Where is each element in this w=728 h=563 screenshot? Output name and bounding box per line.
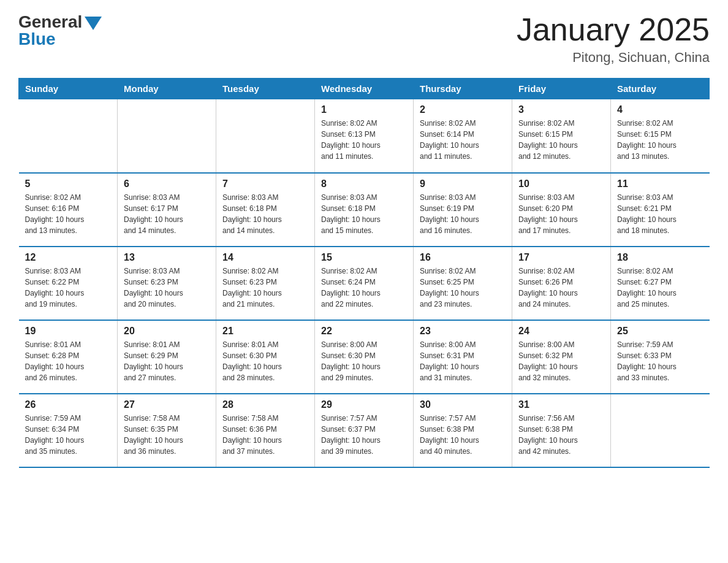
day-info: Sunrise: 8:00 AM Sunset: 6:30 PM Dayligh…	[321, 339, 407, 383]
calendar-cell: 18Sunrise: 8:02 AM Sunset: 6:27 PM Dayli…	[611, 247, 710, 320]
calendar-cell: 14Sunrise: 8:02 AM Sunset: 6:23 PM Dayli…	[216, 247, 315, 320]
calendar-cell: 20Sunrise: 8:01 AM Sunset: 6:29 PM Dayli…	[118, 320, 216, 394]
calendar-cell: 31Sunrise: 7:56 AM Sunset: 6:38 PM Dayli…	[512, 394, 611, 467]
calendar-cell: 10Sunrise: 8:03 AM Sunset: 6:20 PM Dayli…	[512, 173, 611, 247]
day-info: Sunrise: 8:03 AM Sunset: 6:18 PM Dayligh…	[222, 192, 308, 236]
day-number: 15	[321, 252, 407, 263]
day-info: Sunrise: 7:58 AM Sunset: 6:36 PM Dayligh…	[222, 413, 308, 457]
calendar-cell: 4Sunrise: 8:02 AM Sunset: 6:15 PM Daylig…	[611, 99, 710, 173]
day-info: Sunrise: 8:03 AM Sunset: 6:17 PM Dayligh…	[124, 192, 210, 236]
day-number: 31	[518, 399, 604, 410]
day-number: 2	[420, 104, 506, 115]
day-number: 27	[124, 399, 210, 410]
calendar-cell: 7Sunrise: 8:03 AM Sunset: 6:18 PM Daylig…	[216, 173, 315, 247]
day-info: Sunrise: 8:02 AM Sunset: 6:25 PM Dayligh…	[420, 266, 506, 310]
day-number: 28	[222, 399, 308, 410]
calendar-cell: 12Sunrise: 8:03 AM Sunset: 6:22 PM Dayli…	[19, 247, 118, 320]
day-number: 17	[518, 252, 604, 263]
day-info: Sunrise: 8:01 AM Sunset: 6:28 PM Dayligh…	[25, 339, 112, 383]
day-number: 19	[25, 326, 112, 337]
calendar-cell: 8Sunrise: 8:03 AM Sunset: 6:18 PM Daylig…	[315, 173, 414, 247]
day-number: 9	[420, 178, 506, 190]
calendar-cell: 30Sunrise: 7:57 AM Sunset: 6:38 PM Dayli…	[414, 394, 512, 467]
day-number: 21	[222, 326, 308, 337]
day-number: 30	[420, 399, 506, 410]
weekday-header-thursday: Thursday	[414, 79, 512, 99]
day-info: Sunrise: 8:02 AM Sunset: 6:16 PM Dayligh…	[25, 192, 112, 236]
calendar-cell: 16Sunrise: 8:02 AM Sunset: 6:25 PM Dayli…	[414, 247, 512, 320]
page-header: General Blue January 2025 Pitong, Sichua…	[18, 12, 710, 66]
day-number: 24	[518, 326, 604, 337]
calendar-cell: 22Sunrise: 8:00 AM Sunset: 6:30 PM Dayli…	[315, 320, 414, 394]
day-number: 23	[420, 326, 506, 337]
day-info: Sunrise: 7:57 AM Sunset: 6:38 PM Dayligh…	[420, 413, 506, 457]
weekday-header-monday: Monday	[118, 79, 216, 99]
month-title: January 2025	[517, 12, 710, 47]
logo-triangle-icon	[85, 17, 102, 30]
day-number: 6	[124, 178, 210, 190]
calendar-cell: 17Sunrise: 8:02 AM Sunset: 6:26 PM Dayli…	[512, 247, 611, 320]
calendar-cell: 23Sunrise: 8:00 AM Sunset: 6:31 PM Dayli…	[414, 320, 512, 394]
day-info: Sunrise: 7:56 AM Sunset: 6:38 PM Dayligh…	[518, 413, 604, 457]
weekday-header-sunday: Sunday	[19, 79, 118, 99]
weekday-header-wednesday: Wednesday	[315, 79, 414, 99]
calendar-table: SundayMondayTuesdayWednesdayThursdayFrid…	[18, 78, 710, 468]
calendar-cell	[19, 99, 118, 173]
day-number: 11	[617, 178, 703, 190]
day-info: Sunrise: 8:03 AM Sunset: 6:20 PM Dayligh…	[518, 192, 604, 236]
day-info: Sunrise: 8:03 AM Sunset: 6:23 PM Dayligh…	[124, 266, 210, 310]
calendar-week-row: 1Sunrise: 8:02 AM Sunset: 6:13 PM Daylig…	[19, 99, 710, 173]
weekday-header-tuesday: Tuesday	[216, 79, 315, 99]
day-number: 3	[518, 104, 604, 115]
day-info: Sunrise: 8:02 AM Sunset: 6:15 PM Dayligh…	[617, 118, 703, 162]
day-info: Sunrise: 8:02 AM Sunset: 6:15 PM Dayligh…	[518, 118, 604, 162]
day-number: 25	[617, 326, 703, 337]
day-info: Sunrise: 8:02 AM Sunset: 6:26 PM Dayligh…	[518, 266, 604, 310]
calendar-cell: 15Sunrise: 8:02 AM Sunset: 6:24 PM Dayli…	[315, 247, 414, 320]
calendar-cell	[216, 99, 315, 173]
calendar-cell: 13Sunrise: 8:03 AM Sunset: 6:23 PM Dayli…	[118, 247, 216, 320]
calendar-cell	[118, 99, 216, 173]
calendar-cell: 6Sunrise: 8:03 AM Sunset: 6:17 PM Daylig…	[118, 173, 216, 247]
calendar-week-row: 5Sunrise: 8:02 AM Sunset: 6:16 PM Daylig…	[19, 173, 710, 247]
day-info: Sunrise: 8:02 AM Sunset: 6:23 PM Dayligh…	[222, 266, 308, 310]
day-number: 18	[617, 252, 703, 263]
calendar-week-row: 12Sunrise: 8:03 AM Sunset: 6:22 PM Dayli…	[19, 247, 710, 320]
calendar-cell: 2Sunrise: 8:02 AM Sunset: 6:14 PM Daylig…	[414, 99, 512, 173]
day-number: 7	[222, 178, 308, 190]
day-info: Sunrise: 7:59 AM Sunset: 6:33 PM Dayligh…	[617, 339, 703, 383]
calendar-cell: 24Sunrise: 8:00 AM Sunset: 6:32 PM Dayli…	[512, 320, 611, 394]
day-info: Sunrise: 8:03 AM Sunset: 6:22 PM Dayligh…	[25, 266, 112, 310]
calendar-cell: 28Sunrise: 7:58 AM Sunset: 6:36 PM Dayli…	[216, 394, 315, 467]
calendar-cell: 9Sunrise: 8:03 AM Sunset: 6:19 PM Daylig…	[414, 173, 512, 247]
weekday-header-friday: Friday	[512, 79, 611, 99]
calendar-cell: 21Sunrise: 8:01 AM Sunset: 6:30 PM Dayli…	[216, 320, 315, 394]
day-info: Sunrise: 8:02 AM Sunset: 6:13 PM Dayligh…	[321, 118, 407, 162]
day-number: 13	[124, 252, 210, 263]
calendar-cell: 1Sunrise: 8:02 AM Sunset: 6:13 PM Daylig…	[315, 99, 414, 173]
calendar-cell: 26Sunrise: 7:59 AM Sunset: 6:34 PM Dayli…	[19, 394, 118, 467]
calendar-cell: 29Sunrise: 7:57 AM Sunset: 6:37 PM Dayli…	[315, 394, 414, 467]
day-info: Sunrise: 8:03 AM Sunset: 6:18 PM Dayligh…	[321, 192, 407, 236]
day-number: 26	[25, 399, 112, 410]
calendar-week-row: 19Sunrise: 8:01 AM Sunset: 6:28 PM Dayli…	[19, 320, 710, 394]
day-info: Sunrise: 8:02 AM Sunset: 6:24 PM Dayligh…	[321, 266, 407, 310]
logo-blue-text: Blue	[18, 29, 56, 49]
location-text: Pitong, Sichuan, China	[517, 50, 710, 66]
day-info: Sunrise: 8:01 AM Sunset: 6:30 PM Dayligh…	[222, 339, 308, 383]
day-number: 4	[617, 104, 703, 115]
day-number: 8	[321, 178, 407, 190]
logo: General Blue	[18, 12, 102, 49]
day-info: Sunrise: 8:03 AM Sunset: 6:19 PM Dayligh…	[420, 192, 506, 236]
day-number: 14	[222, 252, 308, 263]
day-number: 1	[321, 104, 407, 115]
day-info: Sunrise: 7:58 AM Sunset: 6:35 PM Dayligh…	[124, 413, 210, 457]
day-info: Sunrise: 8:03 AM Sunset: 6:21 PM Dayligh…	[617, 192, 703, 236]
day-info: Sunrise: 8:00 AM Sunset: 6:31 PM Dayligh…	[420, 339, 506, 383]
calendar-cell: 11Sunrise: 8:03 AM Sunset: 6:21 PM Dayli…	[611, 173, 710, 247]
calendar-cell: 19Sunrise: 8:01 AM Sunset: 6:28 PM Dayli…	[19, 320, 118, 394]
calendar-cell	[611, 394, 710, 467]
day-number: 20	[124, 326, 210, 337]
day-info: Sunrise: 8:00 AM Sunset: 6:32 PM Dayligh…	[518, 339, 604, 383]
day-info: Sunrise: 8:02 AM Sunset: 6:14 PM Dayligh…	[420, 118, 506, 162]
